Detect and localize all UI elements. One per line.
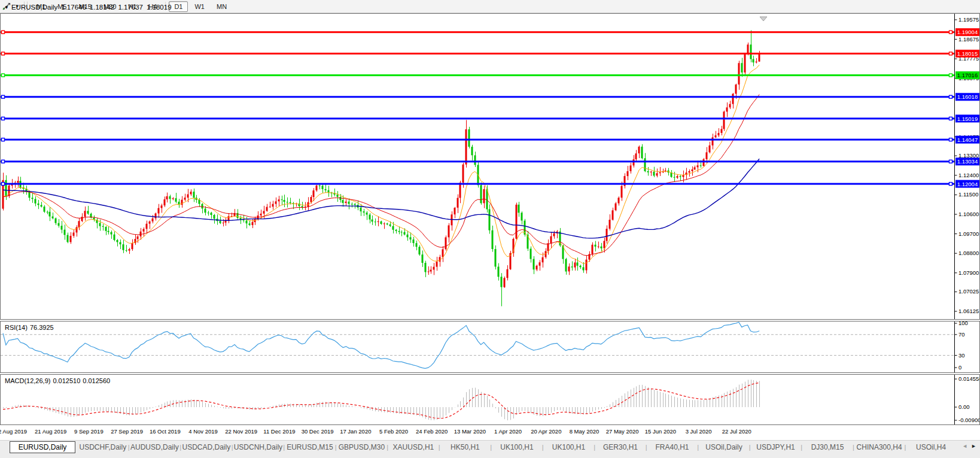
hline-handle-right[interactable] <box>949 74 952 77</box>
hline-handle-right[interactable] <box>949 160 952 163</box>
rsi-label: RSI(14)76.3925 <box>5 324 56 331</box>
price-label-1.15019: 1.15019 <box>955 115 979 123</box>
date-tick-label: 17 Jan 2020 <box>340 428 371 435</box>
price-label-1.12004: 1.12004 <box>955 180 979 188</box>
date-tick-label: 15 Jun 2020 <box>645 428 676 435</box>
quote-low: 1.17637 <box>118 4 143 11</box>
chart-tab-usdcnh-daily[interactable]: USDCNH,Daily <box>233 442 284 453</box>
price-label-1.13034: 1.13034 <box>955 157 979 165</box>
hline-handle-right[interactable] <box>949 183 952 186</box>
hline-handle-right[interactable] <box>949 138 952 141</box>
chart-tab-gbpusd-m30[interactable]: GBPUSD,M30 <box>337 442 387 453</box>
rsi-axis[interactable]: 10070300 <box>955 321 968 372</box>
date-tick-label: 30 Dec 2019 <box>302 428 334 435</box>
hline-handle-left[interactable] <box>2 183 5 186</box>
hline-handle-left[interactable] <box>2 74 5 77</box>
date-tick-label: 13 Mar 2020 <box>454 428 486 435</box>
chart-tab-uk100-h1[interactable]: UK100,H1 <box>544 442 594 453</box>
rsi-line <box>3 322 759 368</box>
hline-handle-right[interactable] <box>949 95 952 98</box>
macd-histogram <box>4 380 760 420</box>
macd-panel[interactable]: MACD(12,26,9)0.0125100.012560 0.0145560.… <box>0 374 980 425</box>
hline-1.13034[interactable] <box>1 160 954 163</box>
price-tick-1.12400: 1.12400 <box>958 172 979 178</box>
chart-tab-audusd-daily[interactable]: AUDUSD,Daily <box>130 442 180 453</box>
collapse-icon[interactable]: ▼ <box>4 5 9 10</box>
price-chart-panel[interactable]: 1.195751.186751.177751.168751.141751.133… <box>0 13 980 320</box>
chart-tab-hk50-h1[interactable]: HK50,H1 <box>440 442 491 453</box>
chart-tab-fra40-h1[interactable]: FRA40,H1 <box>647 442 698 453</box>
chart-tab-xauusd-h1[interactable]: XAUUSD,H1 <box>388 442 439 453</box>
hline-1.16018[interactable] <box>1 95 954 98</box>
price-tick-1.08800: 1.08800 <box>958 250 979 256</box>
rsi-canvas[interactable]: 10070300 <box>1 321 979 372</box>
macd-tick--0.009001: -0.009001 <box>958 417 979 423</box>
quote-high: 1.18142 <box>90 4 115 11</box>
trading-platform-window: ▼ M1M5M15M30H1H4D1W1MN ▼EURUSD,Daily1.17… <box>0 0 980 458</box>
chart-tab-usoil-daily[interactable]: USOil,Daily <box>699 442 749 453</box>
svg-text:1.15019: 1.15019 <box>957 116 978 122</box>
tab-scroll-arrows: ◄ ► <box>956 441 980 449</box>
candles-layer <box>2 31 760 307</box>
svg-text:1.12004: 1.12004 <box>957 181 978 187</box>
hline-handle-left[interactable] <box>2 52 5 55</box>
date-tick-label: 2 Aug 2019 <box>0 428 27 435</box>
hline-handle-right[interactable] <box>949 117 952 120</box>
quote-close: 1.18019 <box>147 4 172 11</box>
price-axis[interactable]: 1.195751.186751.177751.168751.141751.133… <box>955 14 980 319</box>
hline-handle-right[interactable] <box>949 52 952 55</box>
chart-tab-usdjpy-h1[interactable]: USDJPY,H1 <box>751 442 801 453</box>
price-tick-1.07900: 1.07900 <box>958 269 979 276</box>
chart-tab-eurusd-daily[interactable]: EURUSD,Daily <box>10 441 75 453</box>
price-tick-1.06125: 1.06125 <box>958 308 979 314</box>
chart-tab-eurusd-m15[interactable]: EURUSD,M15 <box>285 442 335 453</box>
hline-1.18015[interactable] <box>1 52 954 55</box>
rsi-value: 76.3925 <box>30 324 54 331</box>
hline-handle-left[interactable] <box>2 138 5 141</box>
date-axis[interactable]: 2 Aug 201921 Aug 20199 Sep 201927 Sep 20… <box>0 426 980 440</box>
tab-scroll-left-icon[interactable]: ◄ <box>962 443 967 449</box>
chart-tab-uk100-h1[interactable]: UK100,H1 <box>492 442 542 453</box>
macd-axis[interactable]: 0.0145560.00-0.009001 <box>955 375 980 424</box>
hline-handle-right[interactable] <box>949 31 952 34</box>
hline-1.14047[interactable] <box>1 138 954 141</box>
rsi-tick-0: 0 <box>958 364 961 371</box>
hline-handle-left[interactable] <box>2 117 5 120</box>
price-tick-1.18675: 1.18675 <box>958 36 979 43</box>
timeframe-button-d1[interactable]: D1 <box>169 1 188 12</box>
chart-tab-usoil-h4[interactable]: USOil,H4 <box>906 442 956 453</box>
svg-text:1.17016: 1.17016 <box>957 72 978 78</box>
timeframe-button-mn[interactable]: MN <box>211 1 232 12</box>
rsi-tick-30: 30 <box>958 352 965 359</box>
chart-tab-usdcad-daily[interactable]: USDCAD,Daily <box>181 442 232 453</box>
hline-handle-left[interactable] <box>2 160 5 163</box>
price-chart-canvas[interactable]: 1.195751.186751.177751.168751.141751.133… <box>1 14 979 319</box>
date-tick-label: 5 Feb 2020 <box>379 428 408 435</box>
hline-handle-left[interactable] <box>2 31 5 34</box>
macd-label: MACD(12,26,9)0.0125100.012560 <box>5 377 112 384</box>
chart-tab-dj30-m15[interactable]: DJ30,M15 <box>802 442 853 453</box>
chart-title: ▼EURUSD,Daily1.176461.181421.176371.1801… <box>4 4 172 11</box>
horizontal-lines-layer <box>1 31 954 185</box>
rsi-tick-70: 70 <box>958 331 965 338</box>
date-tick-label: 20 Apr 2020 <box>531 428 561 435</box>
chart-shift-triangle-icon[interactable] <box>760 17 767 21</box>
chart-tab-usdchf-daily[interactable]: USDCHF,Daily <box>78 442 128 453</box>
chart-tab-ger30-h1[interactable]: GER30,H1 <box>595 442 646 453</box>
macd-tick-0.00: 0.00 <box>958 404 970 410</box>
hline-1.15019[interactable] <box>1 117 954 120</box>
tab-scroll-right-icon[interactable]: ► <box>971 443 976 449</box>
fast-ma-line <box>3 65 759 263</box>
price-tick-1.11500: 1.11500 <box>958 191 979 198</box>
slow-ma-line <box>3 159 759 238</box>
rsi-tick-100: 100 <box>958 321 968 326</box>
timeframe-button-w1[interactable]: W1 <box>189 1 210 12</box>
hline-handle-left[interactable] <box>2 95 5 98</box>
chart-tab-china300-h4[interactable]: CHINA300,H4 <box>854 442 905 453</box>
macd-canvas[interactable]: 0.0145560.00-0.009001 <box>1 375 979 424</box>
date-tick-label: 9 Sep 2019 <box>74 428 104 435</box>
hline-1.19004[interactable] <box>1 31 954 34</box>
rsi-panel[interactable]: RSI(14)76.3925 10070300 <box>0 321 980 373</box>
hline-1.17016[interactable] <box>1 74 954 77</box>
macd-value-1: 0.012510 <box>53 377 80 384</box>
